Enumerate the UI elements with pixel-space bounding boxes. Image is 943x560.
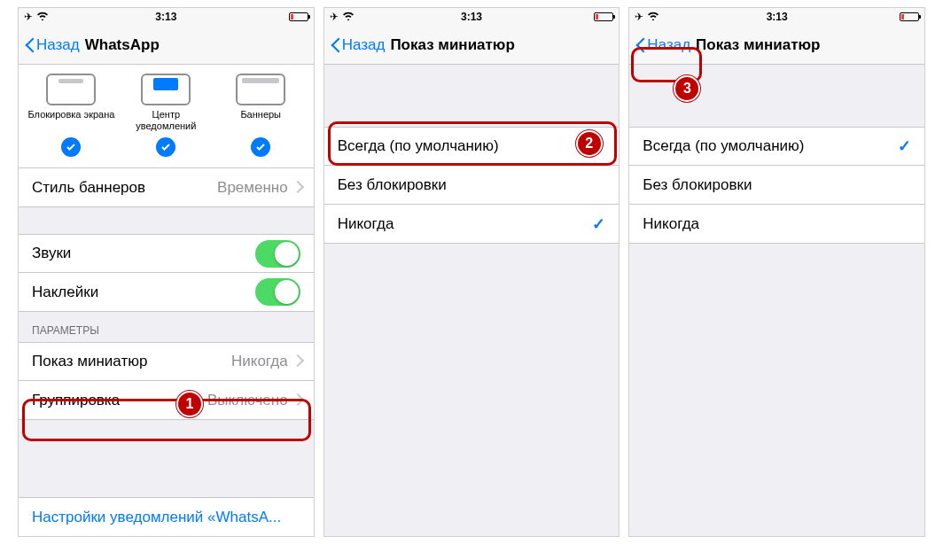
check-banner[interactable]	[251, 137, 270, 157]
content: Всегда (по умолчанию) Без блокировки Ник…	[324, 65, 620, 536]
checkmark-icon: ✓	[898, 136, 911, 156]
airplane-icon: ✈	[330, 11, 339, 23]
status-left: ✈	[24, 11, 49, 23]
battery-icon	[289, 12, 308, 21]
check-center[interactable]	[156, 137, 175, 157]
spacer	[629, 244, 924, 536]
option-never-label: Никогда	[338, 215, 394, 233]
spacer	[324, 244, 620, 536]
notification-settings-link[interactable]: Настройки уведомлений «WhatsA...	[19, 497, 314, 536]
back-label: Назад	[36, 36, 80, 54]
show-previews-cell[interactable]: Показ миниатюр Никогда	[19, 342, 314, 381]
sounds-label: Звуки	[32, 245, 71, 262]
check-lock[interactable]	[61, 137, 81, 157]
airplane-icon: ✈	[24, 11, 33, 23]
wifi-icon	[36, 11, 49, 23]
page-title: Показ миниатюр	[696, 36, 820, 54]
show-previews-value: Никогда	[231, 353, 288, 370]
banner-style-label: Стиль баннеров	[32, 179, 145, 197]
gap	[19, 207, 314, 234]
grouping-value: Выключено	[207, 392, 288, 409]
alert-notification-center[interactable]: Центр уведомлений	[121, 74, 210, 132]
option-never[interactable]: Никогда	[629, 205, 924, 244]
sounds-toggle[interactable]	[255, 240, 300, 268]
stickers-label: Наклейки	[32, 284, 98, 301]
gap	[324, 65, 620, 127]
option-always-label: Всегда (по умолчанию)	[643, 137, 804, 155]
spacer	[19, 420, 314, 497]
content: Блокировка экрана Центр уведомлений Банн…	[19, 65, 314, 536]
phone-1-whatsapp-settings: ✈ 3:13 Назад WhatsApp Блокировка экрана …	[18, 7, 315, 537]
option-always-label: Всегда (по умолчанию)	[338, 137, 499, 155]
wifi-icon	[342, 11, 355, 23]
option-unlocked-label: Без блокировки	[338, 176, 447, 194]
banner-style-cell[interactable]: Стиль баннеров Временно	[19, 168, 314, 207]
back-label: Назад	[647, 36, 690, 54]
option-unlocked[interactable]: Без блокировки	[324, 166, 620, 205]
nav-bar: Назад WhatsApp	[19, 26, 314, 65]
page-title: WhatsApp	[85, 36, 160, 54]
alert-lock-screen[interactable]: Блокировка экрана	[27, 74, 115, 132]
alert-lock-label: Блокировка экрана	[28, 109, 115, 132]
lock-screen-icon	[46, 74, 96, 105]
clock: 3:13	[155, 11, 176, 23]
status-left: ✈	[330, 11, 355, 23]
parameters-header: ПАРАМЕТРЫ	[19, 312, 314, 342]
banner-icon	[236, 74, 285, 105]
nav-bar: Назад Показ миниатюр	[324, 26, 620, 65]
battery-icon	[900, 12, 919, 21]
callout-badge-2: 2	[576, 130, 603, 157]
alert-banners[interactable]: Баннеры	[216, 74, 305, 132]
checkmark-icon: ✓	[592, 214, 605, 234]
status-bar: ✈ 3:13	[19, 8, 314, 26]
page-title: Показ миниатюр	[390, 36, 514, 54]
grouping-label: Группировка	[32, 392, 120, 409]
option-always[interactable]: Всегда (по умолчанию)	[324, 127, 620, 166]
options-list: Всегда (по умолчанию) Без блокировки Ник…	[324, 127, 620, 244]
alert-checks-row	[19, 132, 314, 168]
back-button[interactable]: Назад	[635, 36, 690, 54]
option-unlocked-label: Без блокировки	[643, 176, 752, 194]
callout-badge-1: 1	[176, 391, 203, 417]
banner-style-value: Временно	[217, 179, 288, 197]
grouping-cell[interactable]: Группировка Выключено	[19, 381, 314, 420]
chevron-left-icon	[635, 37, 645, 53]
show-previews-label: Показ миниатюр	[32, 353, 147, 370]
option-always[interactable]: Всегда (по умолчанию) ✓	[629, 127, 924, 166]
option-unlocked[interactable]: Без блокировки	[629, 166, 924, 205]
phone-3-previews-after: ✈ 3:13 Назад Показ миниатюр Всегда (по у…	[628, 7, 925, 537]
back-button[interactable]: Назад	[330, 36, 386, 54]
notification-settings-label: Настройки уведомлений «WhatsA...	[32, 509, 281, 526]
status-bar: ✈ 3:13	[324, 8, 620, 26]
battery-icon	[594, 12, 613, 21]
chevron-right-icon	[293, 395, 300, 406]
airplane-icon: ✈	[635, 11, 643, 23]
back-label: Назад	[342, 36, 386, 54]
alert-center-label: Центр уведомлений	[121, 109, 210, 132]
status-bar: ✈ 3:13	[629, 8, 924, 26]
stickers-cell[interactable]: Наклейки	[19, 273, 314, 312]
option-never-label: Никогда	[643, 215, 699, 233]
alert-banner-label: Баннеры	[240, 109, 281, 132]
chevron-left-icon	[24, 37, 35, 53]
chevron-right-icon	[293, 356, 300, 367]
content: Всегда (по умолчанию) ✓ Без блокировки Н…	[629, 65, 924, 536]
gap	[629, 65, 924, 127]
status-left: ✈	[635, 11, 659, 23]
chevron-left-icon	[330, 37, 340, 53]
stickers-toggle[interactable]	[255, 278, 300, 306]
option-never[interactable]: Никогда ✓	[324, 205, 620, 244]
sounds-cell[interactable]: Звуки	[19, 234, 314, 273]
back-button[interactable]: Назад	[24, 36, 80, 54]
alert-styles-row: Блокировка экрана Центр уведомлений Банн…	[19, 65, 314, 132]
notification-center-icon	[141, 74, 191, 105]
options-list: Всегда (по умолчанию) ✓ Без блокировки Н…	[629, 127, 924, 244]
clock: 3:13	[767, 11, 788, 23]
phone-2-previews-before: ✈ 3:13 Назад Показ миниатюр Всегда (по у…	[323, 7, 620, 537]
chevron-right-icon	[293, 183, 300, 193]
nav-bar: Назад Показ миниатюр	[629, 26, 924, 65]
clock: 3:13	[461, 11, 482, 23]
wifi-icon	[647, 11, 659, 23]
